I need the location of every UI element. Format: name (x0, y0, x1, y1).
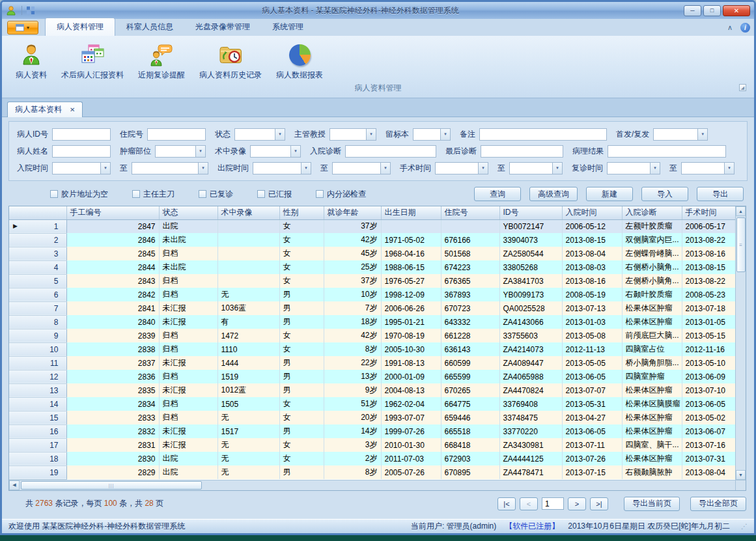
ribbon-tab-4[interactable]: 系统管理 (261, 18, 315, 36)
table-cell[interactable]: 2830 (66, 452, 159, 465)
table-cell[interactable]: 2013-01-03 (562, 315, 622, 329)
table-cell[interactable]: 2013-07-18 (682, 301, 736, 315)
table-cell[interactable]: 2013-08-03 (562, 260, 622, 274)
table-cell[interactable]: 2013-07-10 (682, 383, 736, 397)
table-cell[interactable]: 男 (279, 383, 324, 397)
export-current-page-button[interactable]: 导出当前页 (624, 497, 680, 511)
table-cell[interactable] (441, 219, 499, 233)
revisit-reminder-button[interactable]: 近期复诊提醒 (131, 40, 192, 82)
dialog-launcher-icon[interactable]: ◢ (739, 84, 746, 91)
chief-surgeon-checkbox[interactable]: 主任主刀 (132, 189, 175, 200)
row-header-cell[interactable]: 4 (9, 260, 66, 274)
table-cell[interactable]: 男 (279, 356, 324, 370)
table-row[interactable]: 122836归档1519男13岁2000-01-09665599ZA406598… (9, 370, 736, 383)
table-row[interactable]: 42844未出院女25岁1988-06-15674223338052682013… (9, 260, 736, 274)
table-cell[interactable]: 未汇报 (159, 356, 217, 370)
revisit-date-from-select[interactable]: ▼ (607, 162, 660, 174)
table-cell[interactable]: 1968-04-16 (381, 247, 441, 260)
table-cell[interactable]: 3岁 (324, 438, 381, 452)
table-cell[interactable]: 33904073 (499, 233, 562, 247)
table-cell[interactable]: 女 (279, 219, 324, 233)
dropdown-arrow-icon[interactable]: ▼ (301, 163, 311, 174)
table-cell[interactable]: 2847 (66, 219, 159, 233)
specimen-kept-select[interactable]: ▼ (413, 128, 451, 141)
revisit-date-to-select[interactable]: ▼ (681, 162, 735, 174)
endocrine-exam-checkbox[interactable]: 内分泌检查 (316, 189, 366, 200)
ribbon-tab-3[interactable]: 光盘录像带管理 (184, 18, 261, 36)
table-cell[interactable]: 2013-07-13 (562, 301, 622, 315)
column-header-0[interactable] (9, 206, 66, 219)
dropdown-arrow-icon[interactable]: ▼ (697, 129, 707, 140)
pathology-result-input[interactable] (608, 145, 726, 158)
dropdown-arrow-icon[interactable]: ▼ (366, 129, 376, 140)
row-header-cell[interactable]: 11 (9, 356, 66, 370)
table-cell[interactable]: 前颅底巨大脑... (622, 329, 682, 342)
table-cell[interactable]: 2013-08-15 (682, 260, 736, 274)
row-header-cell[interactable]: 7 (9, 301, 66, 315)
table-cell[interactable]: 2011-07-03 (381, 452, 441, 465)
table-cell[interactable]: 松果体区脑膜瘤 (622, 397, 682, 411)
table-cell[interactable]: 37岁 (324, 274, 381, 288)
table-cell[interactable]: 男 (279, 370, 324, 383)
row-header-cell[interactable]: 16 (9, 424, 66, 438)
table-cell[interactable]: 2006-05-17 (682, 219, 736, 233)
table-cell[interactable]: 1976-05-27 (381, 274, 441, 288)
table-cell[interactable]: 2837 (66, 356, 159, 370)
table-cell[interactable]: 665599 (441, 370, 499, 383)
table-cell[interactable]: 501568 (441, 247, 499, 260)
dropdown-arrow-icon[interactable]: ▼ (552, 163, 562, 174)
table-cell[interactable]: 1444 (217, 356, 279, 370)
table-cell[interactable]: 1962-02-04 (381, 397, 441, 411)
row-header-cell[interactable]: 15 (9, 411, 66, 424)
table-cell[interactable]: 2841 (66, 301, 159, 315)
table-cell[interactable]: 松果体区肿瘤 (622, 301, 682, 315)
table-cell[interactable]: 37岁 (324, 219, 381, 233)
table-cell[interactable]: 2005-07-26 (381, 465, 441, 479)
table-row[interactable]: 192829出院无男8岁2005-07-26670895ZA4478471201… (9, 465, 736, 479)
table-cell[interactable]: 2013-07-16 (682, 438, 736, 452)
table-cell[interactable]: 2838 (66, 342, 159, 356)
export-button[interactable]: 导出 (697, 187, 744, 201)
table-cell[interactable]: 636143 (441, 342, 499, 356)
surgery-date-to-select[interactable]: ▼ (509, 162, 563, 174)
table-cell[interactable]: 男 (279, 424, 324, 438)
dropdown-arrow-icon[interactable]: ▼ (440, 129, 450, 140)
table-cell[interactable]: 33755603 (499, 329, 562, 342)
table-cell[interactable]: 1110 (217, 342, 279, 356)
table-cell[interactable]: 女 (279, 247, 324, 260)
table-cell[interactable]: 2013-08-04 (682, 465, 736, 479)
table-cell[interactable]: 1519 (217, 370, 279, 383)
patient-name-input[interactable] (52, 145, 111, 158)
dropdown-arrow-icon[interactable]: ▼ (478, 163, 488, 174)
column-header-8[interactable]: ID号 (499, 206, 562, 219)
dropdown-arrow-icon[interactable]: ▼ (290, 146, 300, 157)
table-cell[interactable]: 1517 (217, 424, 279, 438)
tab-close-icon[interactable]: ✕ (70, 106, 75, 113)
row-header-cell[interactable]: 6 (9, 288, 66, 301)
table-cell[interactable]: 664775 (441, 397, 499, 411)
resize-grip-icon[interactable]: ⋰ (741, 523, 748, 530)
table-cell[interactable]: 男 (279, 315, 324, 329)
table-cell[interactable]: 643332 (441, 315, 499, 329)
table-cell[interactable]: 42岁 (324, 233, 381, 247)
table-cell[interactable]: ZA4089447 (499, 356, 562, 370)
table-cell[interactable]: 25岁 (324, 260, 381, 274)
scroll-down-icon[interactable]: ▼ (736, 470, 746, 480)
table-cell[interactable]: 1012蓝 (217, 383, 279, 397)
scroll-left-icon[interactable]: ◀ (9, 480, 20, 490)
tab-patient-basic-info[interactable]: 病人基本资料 ✕ (7, 102, 83, 117)
table-cell[interactable]: 女 (279, 260, 324, 274)
table-cell[interactable]: 女 (279, 438, 324, 452)
intraop-video-select[interactable]: ▼ (250, 145, 301, 158)
table-cell[interactable]: 1505 (217, 397, 279, 411)
table-cell[interactable]: 2013-08-22 (682, 274, 736, 288)
patient-id-input[interactable] (52, 128, 111, 141)
close-button[interactable]: ✕ (723, 5, 750, 16)
table-cell[interactable]: 22岁 (324, 356, 381, 370)
table-cell[interactable]: 2829 (66, 465, 159, 479)
table-cell[interactable]: 女 (279, 397, 324, 411)
column-header-6[interactable]: 出生日期 (381, 206, 441, 219)
postop-report-button[interactable]: 术后病人汇报资料 (54, 40, 131, 82)
table-cell[interactable]: 2004-08-13 (381, 383, 441, 397)
column-header-9[interactable]: 入院时间 (562, 206, 622, 219)
